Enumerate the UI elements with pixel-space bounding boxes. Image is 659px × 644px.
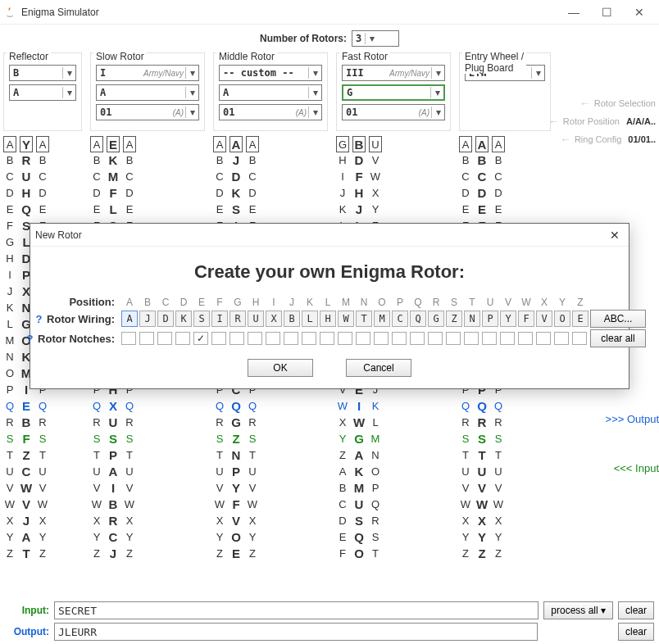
clear-all-button[interactable]: clear all xyxy=(590,329,646,347)
notch-checkbox[interactable] xyxy=(248,332,262,345)
notch-checkbox[interactable] xyxy=(464,332,479,345)
notch-checkbox[interactable] xyxy=(428,332,443,345)
wiring-cell[interactable]: W xyxy=(338,311,354,327)
input-clear-button[interactable]: clear xyxy=(618,601,654,619)
notch-checkbox[interactable] xyxy=(356,332,370,345)
rotor-count-label: Number of Rotors: xyxy=(260,33,347,44)
output-label: Output: xyxy=(3,626,49,637)
wiring-cell[interactable]: U xyxy=(248,311,264,327)
output-field[interactable] xyxy=(54,623,538,641)
wiring-cell[interactable]: J xyxy=(139,311,156,327)
input-label: Input: xyxy=(3,605,49,616)
wiring-label: ? Rotor Wiring: xyxy=(13,313,120,325)
close-button[interactable]: ✕ xyxy=(623,6,656,19)
wiring-cell[interactable]: T xyxy=(356,311,372,327)
right-legend: ←Rotor Selection ←Rotor PositionA/A/A.. … xyxy=(548,97,656,146)
column-2: Middle Rotor-- custom --▾A▾01(A)▾ xyxy=(213,52,328,131)
output-legend: >>> Output xyxy=(606,413,659,425)
notch-checkbox[interactable] xyxy=(482,332,497,345)
input-legend: <<< Input xyxy=(614,462,659,474)
rotor-editor-grid: Position:ABCDEFGHIJKLMNOPQRSTUVWXYZ? Rot… xyxy=(39,296,620,347)
titlebar: Enigma Simulator — ☐ ✕ xyxy=(0,0,659,25)
column-label: Middle Rotor xyxy=(216,51,277,62)
new-rotor-dialog: New Rotor ✕ Create your own Enigma Rotor… xyxy=(30,223,629,389)
abc-button[interactable]: ABC... xyxy=(590,310,646,328)
notch-checkbox[interactable] xyxy=(266,332,280,345)
wiring-cell[interactable]: X xyxy=(266,311,282,327)
column-1: Slow RotorIArmy/Navy▾A▾01(A)▾ xyxy=(90,52,205,131)
column-3: Fast RotorIIIArmy/Navy▾G▾01(A)▾ xyxy=(336,52,451,131)
wiring-cell[interactable]: B xyxy=(284,311,300,327)
notch-checkbox[interactable] xyxy=(121,332,136,345)
notch-checkbox[interactable] xyxy=(302,332,316,345)
rotor-count-row: Number of Rotors: 3▾ xyxy=(0,25,659,52)
column-label: Fast Rotor xyxy=(339,51,390,62)
wiring-cell[interactable]: M xyxy=(374,311,390,327)
wiring-cell[interactable]: C xyxy=(392,311,408,327)
notch-checkbox[interactable] xyxy=(392,332,407,345)
wiring-cell[interactable]: O xyxy=(554,311,570,327)
output-clear-button[interactable]: clear xyxy=(618,623,654,641)
notch-checkbox[interactable] xyxy=(572,332,587,345)
wiring-cell[interactable]: P xyxy=(482,311,498,327)
notch-checkbox[interactable] xyxy=(211,332,226,345)
wiring-cell[interactable]: K xyxy=(175,311,192,327)
input-row: Input: process all clear xyxy=(3,601,654,619)
wiring-cell[interactable]: Z xyxy=(446,311,462,327)
minimize-button[interactable]: — xyxy=(557,6,590,19)
column-0: ReflectorB▾A▾ xyxy=(3,52,82,131)
notch-checkbox[interactable] xyxy=(410,332,425,345)
column-label: Entry Wheel /Plug Board xyxy=(462,51,526,74)
notch-checkbox[interactable] xyxy=(374,332,389,345)
rotor-count-select[interactable]: 3▾ xyxy=(352,30,399,47)
wiring-cell[interactable]: E xyxy=(572,311,589,327)
wiring-cell[interactable]: F xyxy=(518,311,534,327)
process-all-button[interactable]: process all xyxy=(543,601,613,619)
wiring-cell[interactable]: V xyxy=(536,311,552,327)
dialog-title: New Rotor xyxy=(35,229,606,241)
output-row: Output: clear xyxy=(3,623,654,641)
wiring-cell[interactable]: Y xyxy=(500,311,516,327)
notch-label: ? Rotor Notches: xyxy=(13,333,120,345)
notch-checkbox[interactable] xyxy=(175,332,190,345)
wiring-cell[interactable]: R xyxy=(230,311,246,327)
notch-checkbox[interactable] xyxy=(139,332,154,345)
column-label: Slow Rotor xyxy=(93,51,147,62)
wiring-cell[interactable]: I xyxy=(211,311,228,327)
wiring-cell[interactable]: Q xyxy=(410,311,426,327)
notch-checkbox[interactable] xyxy=(446,332,461,345)
java-icon xyxy=(3,6,16,19)
wiring-cell[interactable]: L xyxy=(302,311,318,327)
notch-checkbox[interactable] xyxy=(230,332,244,345)
window-title: Enigma Simulator xyxy=(21,7,557,18)
notch-checkbox[interactable] xyxy=(193,332,208,345)
notch-checkbox[interactable] xyxy=(320,332,334,345)
notch-checkbox[interactable] xyxy=(338,332,352,345)
dialog-heading: Create your own Enigma Rotor: xyxy=(39,261,620,283)
column-4: Entry Wheel /Plug BoardETW▾ xyxy=(459,52,551,131)
notch-checkbox[interactable] xyxy=(554,332,569,345)
notch-checkbox[interactable] xyxy=(500,332,515,345)
notch-checkbox[interactable] xyxy=(518,332,533,345)
wiring-cell[interactable]: N xyxy=(464,311,480,327)
dialog-close-button[interactable]: ✕ xyxy=(606,229,624,242)
maximize-button[interactable]: ☐ xyxy=(590,6,623,19)
input-field[interactable] xyxy=(54,601,539,619)
notch-checkbox[interactable] xyxy=(157,332,172,345)
dialog-cancel-button[interactable]: Cancel xyxy=(346,359,411,377)
wiring-cell[interactable]: D xyxy=(157,311,174,327)
notch-checkbox[interactable] xyxy=(284,332,298,345)
dialog-ok-button[interactable]: OK xyxy=(248,359,313,377)
wiring-cell[interactable]: A xyxy=(121,311,138,327)
notch-checkbox[interactable] xyxy=(536,332,551,345)
column-label: Reflector xyxy=(7,51,51,62)
wiring-cell[interactable]: H xyxy=(320,311,336,327)
wiring-cell[interactable]: G xyxy=(428,311,444,327)
wiring-cell[interactable]: S xyxy=(193,311,210,327)
